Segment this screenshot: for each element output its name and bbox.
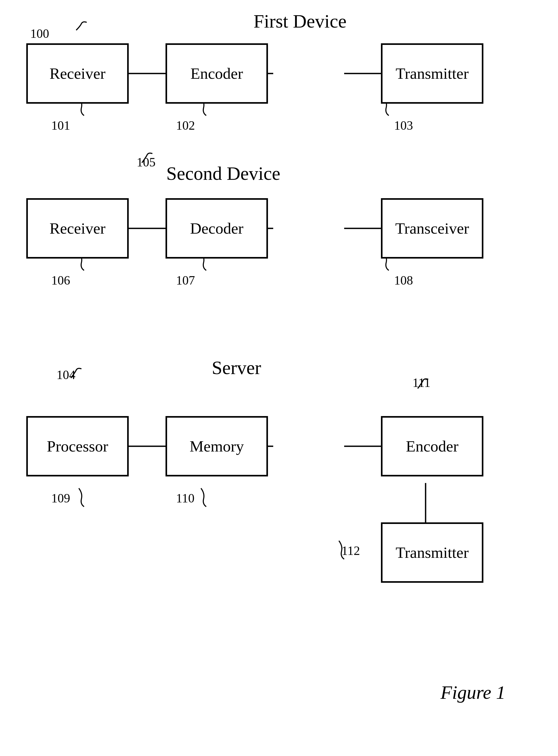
transceiver-108-label: Transceiver <box>395 219 469 238</box>
ref-101: 101 <box>51 118 70 133</box>
box-memory-110: Memory <box>166 416 268 477</box>
memory-110-label: Memory <box>190 437 244 455</box>
ref-104: 104 <box>56 368 75 382</box>
ref-103: 103 <box>394 118 413 133</box>
server-title: Server <box>197 357 276 379</box>
box-processor-109: Processor <box>26 416 129 477</box>
ref-110: 110 <box>176 491 195 505</box>
box-transceiver-108: Transceiver <box>381 198 483 259</box>
figure-label: Figure 1 <box>440 682 505 703</box>
ref-112: 112 <box>341 543 360 558</box>
box-transmitter-112: Transmitter <box>381 522 483 583</box>
second-device-title: Second Device <box>158 163 289 185</box>
ref-111: 111 <box>412 375 430 390</box>
box-transmitter-103: Transmitter <box>381 43 483 104</box>
ref-107: 107 <box>176 273 195 288</box>
encoder-102-label: Encoder <box>191 64 243 83</box>
ref-108: 108 <box>394 273 413 288</box>
ref-106: 106 <box>51 273 70 288</box>
box-decoder-107: Decoder <box>166 198 268 259</box>
box-encoder-102: Encoder <box>166 43 268 104</box>
ref-102: 102 <box>176 118 195 133</box>
ref-100: 100 <box>30 26 49 41</box>
receiver-101-label: Receiver <box>49 64 105 83</box>
connectors-svg <box>0 0 558 756</box>
diagram-container: First Device 100 Receiver 101 Encoder 10… <box>0 0 558 756</box>
ref-105: 105 <box>136 155 155 169</box>
processor-109-label: Processor <box>47 437 108 455</box>
box-receiver-106: Receiver <box>26 198 129 259</box>
decoder-107-label: Decoder <box>190 219 243 238</box>
transmitter-112-label: Transmitter <box>396 544 469 562</box>
first-device-title: First Device <box>248 10 353 32</box>
box-encoder-111: Encoder <box>381 416 483 477</box>
box-receiver-101: Receiver <box>26 43 129 104</box>
receiver-106-label: Receiver <box>49 219 105 238</box>
ref-109: 109 <box>51 491 70 505</box>
encoder-111-label: Encoder <box>406 437 458 455</box>
transmitter-103-label: Transmitter <box>396 64 469 83</box>
